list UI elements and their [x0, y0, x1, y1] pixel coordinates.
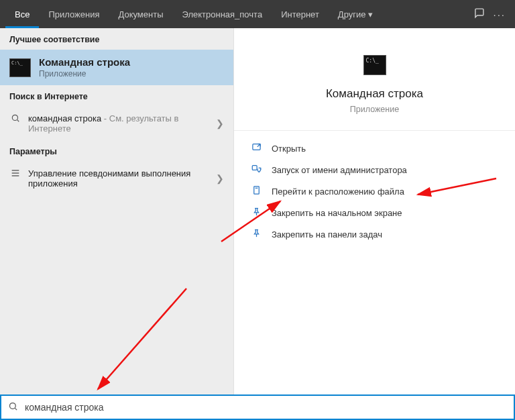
cmd-prompt-icon	[9, 58, 31, 77]
best-match-title: Командная строка	[39, 56, 130, 68]
svg-line-16	[15, 408, 17, 410]
svg-rect-10	[253, 187, 259, 194]
pin-taskbar-icon	[250, 228, 262, 240]
search-icon	[8, 401, 18, 413]
search-input[interactable]	[25, 402, 507, 413]
param-item-aliases[interactable]: Управление псевдонимами выполнения прило…	[0, 162, 233, 195]
open-icon	[250, 142, 262, 154]
chevron-down-icon: ▾	[368, 9, 373, 19]
preview-title: Командная строка	[326, 87, 423, 101]
action-open[interactable]: Открыть	[234, 138, 515, 159]
svg-point-0	[12, 115, 17, 120]
search-bar[interactable]	[0, 395, 515, 420]
main-area: Лучшее соответствие Командная строка При…	[0, 28, 515, 395]
svg-rect-9	[252, 166, 257, 170]
pin-start-icon	[250, 207, 262, 219]
tab-email[interactable]: Электронная_почта	[172, 0, 272, 28]
preview-subtitle: Приложение	[350, 105, 399, 114]
feedback-icon[interactable]	[473, 7, 485, 21]
preview-panel: Командная строка Приложение Открыть Запу…	[233, 28, 515, 395]
shield-admin-icon	[250, 164, 262, 176]
action-run-admin-label: Запуск от имени администратора	[272, 165, 407, 175]
action-pin-start[interactable]: Закрепить на начальном экране	[234, 202, 515, 223]
best-match-header: Лучшее соответствие	[0, 28, 233, 50]
results-panel: Лучшее соответствие Командная строка При…	[0, 28, 233, 395]
best-match-subtitle: Приложение	[39, 69, 130, 78]
tab-apps[interactable]: Приложения	[39, 0, 109, 28]
tab-web[interactable]: Интернет	[272, 0, 329, 28]
tab-docs[interactable]: Документы	[109, 0, 172, 28]
action-pin-taskbar-label: Закрепить на панели задач	[272, 229, 382, 240]
action-run-admin[interactable]: Запуск от имени администратора	[234, 159, 515, 180]
chevron-right-icon: ❯	[216, 118, 224, 129]
web-search-item[interactable]: командная строка - См. результаты в Инте…	[0, 107, 233, 140]
chevron-right-icon: ❯	[216, 173, 224, 184]
cmd-prompt-icon	[363, 55, 386, 75]
svg-point-15	[10, 403, 16, 409]
param-item-label: Управление псевдонимами выполнения прило…	[28, 168, 203, 189]
search-icon	[9, 113, 21, 125]
more-icon[interactable]: ···	[493, 9, 506, 20]
svg-line-1	[17, 120, 19, 122]
top-tabbar: Все Приложения Документы Электронная_поч…	[0, 0, 515, 28]
web-search-term: командная строка	[28, 113, 101, 123]
tab-more[interactable]: Другие ▾	[329, 0, 382, 28]
settings-list-icon	[9, 168, 21, 180]
action-pin-taskbar[interactable]: Закрепить на панели задач	[234, 223, 515, 245]
best-match-item[interactable]: Командная строка Приложение	[0, 50, 233, 85]
action-pin-start-label: Закрепить на начальном экране	[272, 208, 402, 218]
tab-all[interactable]: Все	[5, 0, 39, 28]
folder-location-icon	[250, 185, 262, 197]
action-open-label: Открыть	[272, 144, 306, 154]
action-open-location-label: Перейти к расположению файла	[272, 187, 404, 197]
web-search-header: Поиск в Интернете	[0, 85, 233, 107]
params-header: Параметры	[0, 140, 233, 162]
action-open-location[interactable]: Перейти к расположению файла	[234, 180, 515, 202]
